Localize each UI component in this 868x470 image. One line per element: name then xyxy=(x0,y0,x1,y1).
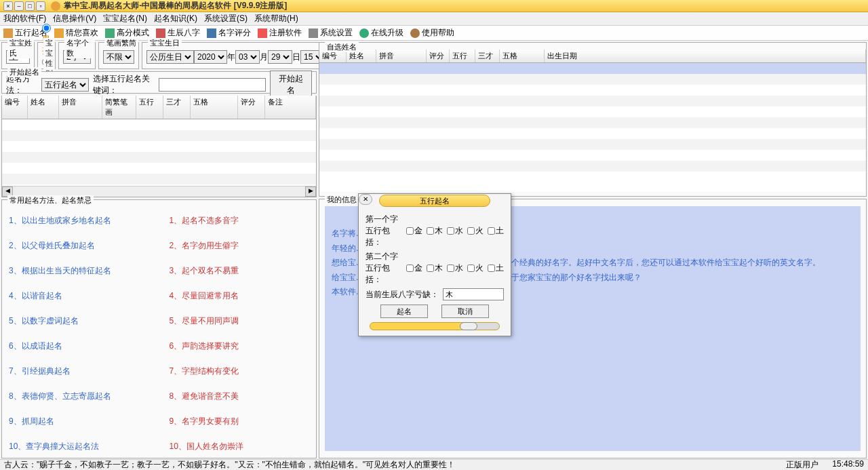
chk-jin-2[interactable]: 金 xyxy=(406,262,422,274)
tip-link[interactable]: 3、根据出生当天的特征起名 xyxy=(9,265,149,277)
wuxing-dialog: ✕ 五行起名 第一个字五行包括： 金 木 水 火 土 第二个字五行包括： 金 木… xyxy=(358,193,511,336)
year-select[interactable]: 2020 xyxy=(194,50,227,64)
tool-rate[interactable]: 名字评分 xyxy=(207,27,251,39)
col-stroke[interactable]: 简繁笔画 xyxy=(102,96,136,119)
menu-settings[interactable]: 系统设置(S) xyxy=(204,13,248,24)
zixuan-grid-body[interactable] xyxy=(319,63,866,192)
col-note[interactable]: 备注 xyxy=(265,96,316,119)
col-wuge[interactable]: 五格 xyxy=(191,96,238,119)
method-select[interactable]: 五行起名 xyxy=(41,78,89,92)
chk-jin-1[interactable]: 金 xyxy=(406,225,422,237)
menu-file[interactable]: 我的软件(F) xyxy=(3,13,46,24)
tip-warning[interactable]: 3、起个双名不易重 xyxy=(170,265,310,277)
start-button[interactable]: 开始起名 xyxy=(270,71,312,99)
menu-info[interactable]: 信息操作(V) xyxy=(53,13,96,24)
bazi-icon xyxy=(156,28,165,38)
stroke-select[interactable]: 不限 xyxy=(103,50,134,64)
col-score[interactable]: 评分 xyxy=(238,96,265,119)
tip-warning[interactable]: 9、名字男女要有别 xyxy=(170,416,310,427)
group-tips: 常用起名方法、起名禁忌 1、以出生地或家乡地名起名2、以父母姓氏叠加起名3、根据… xyxy=(1,199,317,458)
group-birth: 宝宝生日 公历生日 2020年 03月 29日 15时 xyxy=(142,42,338,69)
tool-highscore[interactable]: 高分模式 xyxy=(105,27,149,39)
tool-register[interactable]: 注册软件 xyxy=(258,27,302,39)
menu-bar: 我的软件(F) 信息操作(V) 宝宝起名(N) 起名知识(K) 系统设置(S) … xyxy=(0,12,868,26)
col-id[interactable]: 编号 xyxy=(2,96,28,119)
col-pinyin[interactable]: 拼音 xyxy=(59,96,102,119)
month-select[interactable]: 03 xyxy=(235,50,260,64)
chk-tu-2[interactable]: 土 xyxy=(488,262,504,274)
lack-value: 木 xyxy=(443,288,504,300)
rate-icon xyxy=(207,28,216,38)
tip-warning[interactable]: 8、避免谐音意不美 xyxy=(170,391,310,402)
results-grid: 编号 姓名 拼音 简繁笔画 五行 三才 五格 评分 备注 ◀ ▶ xyxy=(1,96,317,197)
window-close-icon[interactable]: × xyxy=(3,1,13,11)
tip-link[interactable]: 8、表德仰贤、立志寄愿起名 xyxy=(9,391,149,402)
zx-col-wuge[interactable]: 五格 xyxy=(500,50,545,62)
tip-warning[interactable]: 4、尽量回避常用名 xyxy=(170,290,310,302)
window-min-icon[interactable]: – xyxy=(14,1,24,11)
footer-quote: 古人云："赐子千金，不如教子一艺；教子一艺，不如赐子好名。"又云："不怕生错命，… xyxy=(4,459,455,470)
tip-warning[interactable]: 2、名字勿用生僻字 xyxy=(170,240,310,252)
day-select[interactable]: 29 xyxy=(268,50,292,64)
chk-mu-1[interactable]: 木 xyxy=(427,225,443,237)
app-icon xyxy=(51,1,60,11)
tip-warning[interactable]: 6、声韵选择要讲究 xyxy=(170,340,310,352)
status-bar: 古人云："赐子千金，不如教子一艺；教子一艺，不如赐子好名。"又云："不怕生错命，… xyxy=(0,459,868,470)
col-wuxing[interactable]: 五行 xyxy=(136,96,163,119)
dialog-cancel-button[interactable]: 取消 xyxy=(441,305,489,318)
window-titlebar: × – □ ▫ 掌中宝.周易起名大师-中国最棒的周易起名软件 [V9.9.9注册… xyxy=(0,0,868,12)
tip-warning[interactable]: 1、起名不选多音字 xyxy=(170,215,310,227)
tip-link[interactable]: 9、抓周起名 xyxy=(9,416,149,427)
tool-update[interactable]: 在线升级 xyxy=(359,27,403,39)
tip-link[interactable]: 5、以数字虚词起名 xyxy=(9,315,149,327)
window-max-icon[interactable]: □ xyxy=(25,1,35,11)
menu-help[interactable]: 系统帮助(H) xyxy=(254,13,298,24)
group-zixuan: 自选姓名 编号 姓名 拼音 评分 五行 三才 五格 出生日期 xyxy=(319,42,867,197)
tip-link[interactable]: 2、以父母姓氏叠加起名 xyxy=(9,240,149,252)
tip-link[interactable]: 4、以谐音起名 xyxy=(9,290,149,302)
tool-settings[interactable]: 系统设置 xyxy=(309,27,353,39)
dlg-row1-label: 第一个字五行包括： xyxy=(366,214,402,248)
tip-warning[interactable]: 10、国人姓名勿崇洋 xyxy=(170,441,310,452)
zx-col-pinyin[interactable]: 拼音 xyxy=(376,50,427,62)
menu-knowledge[interactable]: 起名知识(K) xyxy=(154,13,197,24)
zx-col-sancai[interactable]: 三才 xyxy=(475,50,500,62)
birth-type-select[interactable]: 公历生日 xyxy=(146,50,194,64)
chk-tu-1[interactable]: 土 xyxy=(488,225,504,237)
keyword-input[interactable] xyxy=(159,78,266,92)
tip-link[interactable]: 1、以出生地或家乡地名起名 xyxy=(9,215,149,227)
help-icon xyxy=(410,28,420,38)
group-surname: 宝宝姓氏 xyxy=(1,42,35,69)
dialog-title: 五行起名 xyxy=(379,195,490,207)
chk-shui-1[interactable]: 水 xyxy=(447,225,463,237)
zx-col-score[interactable]: 评分 xyxy=(427,50,450,62)
tool-wuxing[interactable]: 五行起名 xyxy=(3,27,47,39)
col-sancai[interactable]: 三才 xyxy=(163,96,191,119)
dialog-close-icon[interactable]: ✕ xyxy=(359,194,372,205)
tip-link[interactable]: 7、引经据典起名 xyxy=(9,366,149,377)
dialog-ok-button[interactable]: 起名 xyxy=(380,305,428,318)
register-icon xyxy=(258,28,267,38)
chk-shui-2[interactable]: 水 xyxy=(447,262,463,274)
tool-help[interactable]: 使用帮助 xyxy=(410,27,454,39)
window-restore-icon[interactable]: ▫ xyxy=(36,1,45,11)
tip-link[interactable]: 10、查字典撞大运起名法 xyxy=(9,441,149,452)
menu-naming[interactable]: 宝宝起名(N) xyxy=(103,13,147,24)
col-name[interactable]: 姓名 xyxy=(28,96,59,119)
chk-huo-1[interactable]: 火 xyxy=(467,225,484,237)
zx-col-wuxing[interactable]: 五行 xyxy=(450,50,475,62)
tip-warning[interactable]: 5、尽量不用同声调 xyxy=(170,315,310,327)
zx-col-birth[interactable]: 出生日期 xyxy=(545,50,866,62)
group-chars: 名字个数 2字 xyxy=(58,42,96,69)
footer-time: 15:48:59 xyxy=(832,459,864,470)
tip-link[interactable]: 6、以成语起名 xyxy=(9,340,149,352)
group-stroke: 笔画繁简 不限 xyxy=(98,42,139,69)
chk-huo-2[interactable]: 火 xyxy=(467,262,484,274)
tool-bazi[interactable]: 生辰八字 xyxy=(156,27,200,39)
tool-guess[interactable]: 猜您喜欢 xyxy=(54,27,98,39)
grid-body[interactable] xyxy=(2,119,316,186)
tip-warning[interactable]: 7、字型结构有变化 xyxy=(170,366,310,377)
scroll-right-icon[interactable]: ▶ xyxy=(305,187,316,197)
dialog-progress[interactable] xyxy=(370,322,500,330)
chk-mu-2[interactable]: 木 xyxy=(427,262,443,274)
